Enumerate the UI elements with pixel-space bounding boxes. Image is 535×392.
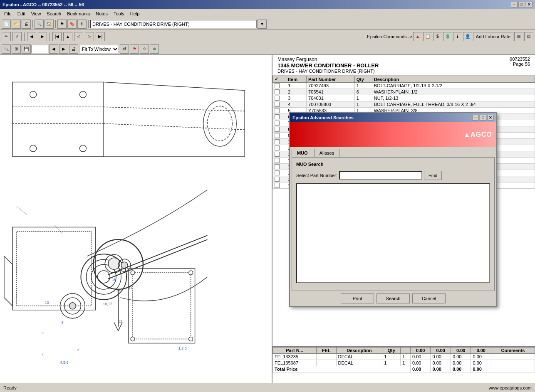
modal-title-buttons: ─ □ ✕ [472,115,494,121]
modal-title: Epsilon Advanced Searches [292,115,354,120]
part-number-input[interactable] [339,171,422,180]
modal-header-banner: ▲AGCO [290,122,496,147]
modal-section-title: MUO Search [296,162,490,167]
tab-muo[interactable]: MUO [292,149,313,157]
results-area [296,183,490,283]
modal-minimize[interactable]: ─ [472,115,479,121]
find-button[interactable]: Find [424,171,442,180]
modal-content: MUO Search Select Part Number: Find [292,157,495,291]
modal-close[interactable]: ✕ [487,115,494,121]
part-number-label: Select Part Number: [296,173,337,178]
tab-aliases[interactable]: Aliases [314,149,339,157]
cancel-button[interactable]: Cancel [412,293,446,303]
modal-tabs: MUO Aliases [290,147,496,157]
modal-form-row: Select Part Number: Find [296,171,490,180]
print-button[interactable]: Print [341,293,374,303]
advanced-search-dialog: Epsilon Advanced Searches ─ □ ✕ ▲AGCO MU… [289,112,497,307]
search-button[interactable]: Search [376,293,410,303]
agco-logo: ▲AGCO [463,131,492,138]
modal-maximize[interactable]: □ [480,115,486,121]
modal-footer: Print Search Cancel [290,291,496,306]
modal-overlay: Epsilon Advanced Searches ─ □ ✕ ▲AGCO MU… [0,0,535,392]
modal-title-bar: Epsilon Advanced Searches ─ □ ✕ [290,113,496,122]
